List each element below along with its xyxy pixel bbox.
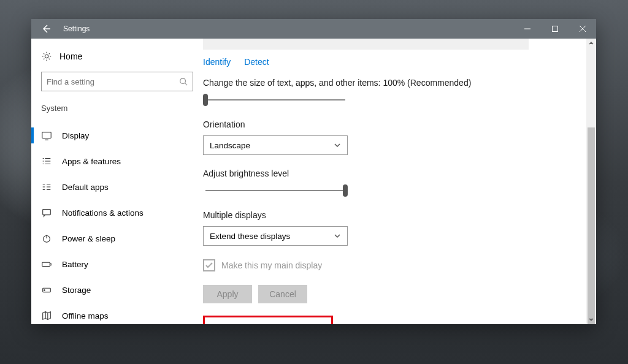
scroll-down-button[interactable] bbox=[586, 314, 596, 324]
multidisplay-value: Extend these displays bbox=[210, 232, 290, 241]
main-display-checkbox-row: Make this my main display bbox=[203, 259, 584, 271]
identify-link[interactable]: Identify bbox=[203, 57, 231, 67]
minimize-button[interactable] bbox=[513, 19, 541, 39]
defaults-icon bbox=[41, 181, 52, 192]
sidebar-item-notifications[interactable]: Notifications & actions bbox=[31, 200, 203, 226]
brightness-label: Adjust brightness level bbox=[203, 169, 584, 178]
window-title: Settings bbox=[61, 25, 513, 33]
main-display-checkbox bbox=[203, 259, 215, 271]
storage-icon bbox=[41, 284, 52, 295]
multidisplay-label: Multiple displays bbox=[203, 210, 584, 220]
minimize-icon bbox=[524, 26, 530, 32]
settings-window: Settings Home Sys bbox=[31, 19, 596, 324]
svg-rect-7 bbox=[50, 264, 51, 265]
sidebar-item-label: Offline maps bbox=[62, 311, 109, 320]
svg-point-1 bbox=[45, 55, 48, 58]
sidebar-item-label: Default apps bbox=[62, 183, 109, 192]
gear-icon bbox=[41, 51, 52, 62]
orientation-value: Landscape bbox=[210, 141, 250, 150]
advanced-highlight: Advanced display settings bbox=[203, 316, 333, 324]
svg-point-9 bbox=[44, 290, 45, 290]
sidebar-item-label: Notifications & actions bbox=[62, 208, 144, 218]
display-preview[interactable] bbox=[203, 39, 529, 50]
window-controls bbox=[513, 19, 596, 39]
list-icon bbox=[41, 156, 52, 167]
section-label: System bbox=[31, 101, 203, 123]
main-display-label: Make this my main display bbox=[221, 260, 322, 270]
check-icon bbox=[205, 261, 213, 270]
sidebar-item-label: Power & sleep bbox=[62, 234, 115, 243]
sidebar-item-offline-maps[interactable]: Offline maps bbox=[31, 303, 203, 324]
svg-rect-4 bbox=[43, 210, 51, 215]
titlebar: Settings bbox=[31, 19, 596, 39]
close-button[interactable] bbox=[569, 19, 596, 39]
scroll-up-button[interactable] bbox=[586, 39, 596, 48]
sidebar: Home System Display Apps & features Defa… bbox=[31, 39, 203, 324]
search-box[interactable] bbox=[41, 72, 193, 91]
battery-icon bbox=[41, 259, 52, 270]
back-button[interactable] bbox=[31, 19, 61, 39]
svg-point-2 bbox=[180, 78, 186, 84]
close-icon bbox=[580, 26, 586, 32]
brightness-slider[interactable] bbox=[203, 184, 348, 197]
sidebar-item-storage[interactable]: Storage bbox=[31, 277, 203, 303]
sidebar-item-battery[interactable]: Battery bbox=[31, 251, 203, 277]
svg-rect-0 bbox=[552, 26, 557, 32]
sidebar-item-apps-features[interactable]: Apps & features bbox=[31, 148, 203, 174]
content-pane: Identify Detect Change the size of text,… bbox=[203, 39, 596, 324]
apply-button: Apply bbox=[203, 285, 252, 303]
multidisplay-select[interactable]: Extend these displays bbox=[203, 226, 348, 246]
content-scrollbar[interactable] bbox=[586, 39, 596, 324]
sidebar-item-display[interactable]: Display bbox=[31, 123, 203, 148]
scale-label: Change the size of text, apps, and other… bbox=[203, 78, 584, 88]
sidebar-item-label: Battery bbox=[62, 260, 88, 269]
svg-rect-3 bbox=[42, 132, 51, 138]
slider-thumb-icon[interactable] bbox=[203, 94, 208, 106]
sidebar-item-default-apps[interactable]: Default apps bbox=[31, 174, 203, 200]
sidebar-item-label: Apps & features bbox=[62, 157, 121, 166]
cancel-button: Cancel bbox=[258, 285, 307, 303]
identify-detect-row: Identify Detect bbox=[203, 50, 584, 78]
scale-slider[interactable] bbox=[203, 94, 348, 106]
orientation-label: Orientation bbox=[203, 119, 584, 129]
detect-link[interactable]: Detect bbox=[244, 57, 269, 67]
chevron-down-icon bbox=[589, 317, 594, 322]
map-icon bbox=[41, 310, 52, 321]
scrollbar-thumb[interactable] bbox=[588, 127, 595, 324]
chevron-down-icon bbox=[334, 232, 341, 240]
orientation-select[interactable]: Landscape bbox=[203, 135, 348, 155]
maximize-icon bbox=[552, 26, 558, 32]
chat-icon bbox=[41, 207, 52, 218]
svg-rect-6 bbox=[42, 262, 50, 266]
chevron-down-icon bbox=[334, 142, 341, 149]
sidebar-item-label: Storage bbox=[62, 286, 91, 295]
sidebar-item-label: Display bbox=[62, 131, 89, 140]
home-button[interactable]: Home bbox=[31, 39, 203, 72]
power-icon bbox=[41, 233, 52, 244]
arrow-left-icon bbox=[41, 24, 51, 34]
apply-cancel-row: Apply Cancel bbox=[203, 285, 584, 303]
slider-thumb-icon[interactable] bbox=[343, 184, 348, 197]
home-label: Home bbox=[59, 51, 82, 61]
chevron-up-icon bbox=[589, 41, 594, 46]
maximize-button[interactable] bbox=[541, 19, 569, 39]
search-icon bbox=[179, 77, 188, 86]
sidebar-item-power-sleep[interactable]: Power & sleep bbox=[31, 226, 203, 251]
window-body: Home System Display Apps & features Defa… bbox=[31, 39, 596, 324]
search-input[interactable] bbox=[47, 77, 175, 86]
display-icon bbox=[41, 130, 52, 141]
